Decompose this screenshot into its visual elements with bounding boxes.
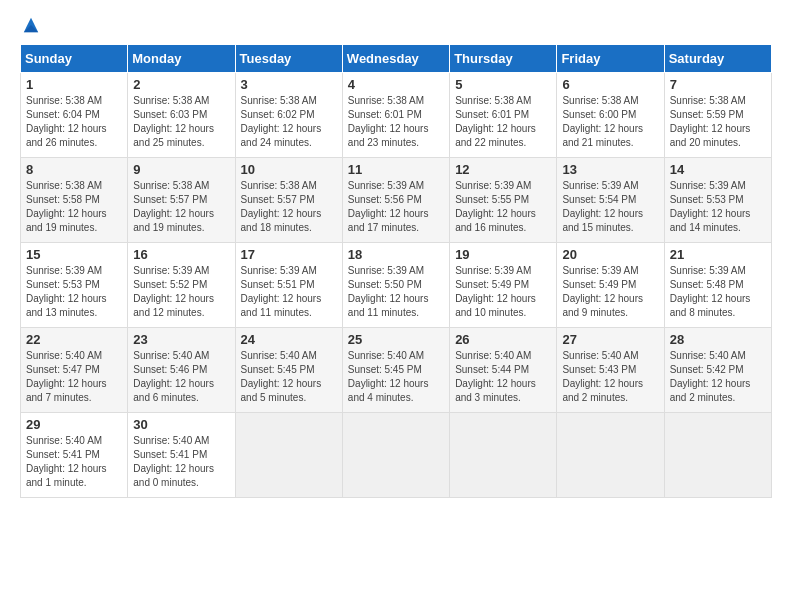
day-cell <box>450 413 557 498</box>
day-number: 11 <box>348 162 444 177</box>
day-number: 22 <box>26 332 122 347</box>
day-info: Sunrise: 5:38 AM Sunset: 5:58 PM Dayligh… <box>26 179 122 235</box>
day-number: 8 <box>26 162 122 177</box>
day-number: 7 <box>670 77 766 92</box>
calendar-table: SundayMondayTuesdayWednesdayThursdayFrid… <box>20 44 772 498</box>
day-info: Sunrise: 5:40 AM Sunset: 5:45 PM Dayligh… <box>241 349 337 405</box>
day-cell: 14Sunrise: 5:39 AM Sunset: 5:53 PM Dayli… <box>664 158 771 243</box>
day-info: Sunrise: 5:39 AM Sunset: 5:53 PM Dayligh… <box>670 179 766 235</box>
day-info: Sunrise: 5:38 AM Sunset: 6:04 PM Dayligh… <box>26 94 122 150</box>
day-cell: 1Sunrise: 5:38 AM Sunset: 6:04 PM Daylig… <box>21 73 128 158</box>
day-cell <box>342 413 449 498</box>
col-header-sunday: Sunday <box>21 45 128 73</box>
day-cell: 13Sunrise: 5:39 AM Sunset: 5:54 PM Dayli… <box>557 158 664 243</box>
day-info: Sunrise: 5:39 AM Sunset: 5:48 PM Dayligh… <box>670 264 766 320</box>
day-info: Sunrise: 5:39 AM Sunset: 5:55 PM Dayligh… <box>455 179 551 235</box>
day-info: Sunrise: 5:39 AM Sunset: 5:49 PM Dayligh… <box>455 264 551 320</box>
col-header-tuesday: Tuesday <box>235 45 342 73</box>
day-info: Sunrise: 5:40 AM Sunset: 5:46 PM Dayligh… <box>133 349 229 405</box>
day-cell: 4Sunrise: 5:38 AM Sunset: 6:01 PM Daylig… <box>342 73 449 158</box>
day-info: Sunrise: 5:38 AM Sunset: 6:02 PM Dayligh… <box>241 94 337 150</box>
day-info: Sunrise: 5:39 AM Sunset: 5:54 PM Dayligh… <box>562 179 658 235</box>
week-row-2: 8Sunrise: 5:38 AM Sunset: 5:58 PM Daylig… <box>21 158 772 243</box>
day-cell: 16Sunrise: 5:39 AM Sunset: 5:52 PM Dayli… <box>128 243 235 328</box>
day-cell: 29Sunrise: 5:40 AM Sunset: 5:41 PM Dayli… <box>21 413 128 498</box>
day-cell: 15Sunrise: 5:39 AM Sunset: 5:53 PM Dayli… <box>21 243 128 328</box>
day-cell: 12Sunrise: 5:39 AM Sunset: 5:55 PM Dayli… <box>450 158 557 243</box>
day-number: 6 <box>562 77 658 92</box>
logo <box>20 16 40 34</box>
day-cell: 23Sunrise: 5:40 AM Sunset: 5:46 PM Dayli… <box>128 328 235 413</box>
day-cell: 19Sunrise: 5:39 AM Sunset: 5:49 PM Dayli… <box>450 243 557 328</box>
day-info: Sunrise: 5:38 AM Sunset: 5:59 PM Dayligh… <box>670 94 766 150</box>
day-number: 24 <box>241 332 337 347</box>
day-info: Sunrise: 5:40 AM Sunset: 5:43 PM Dayligh… <box>562 349 658 405</box>
day-number: 17 <box>241 247 337 262</box>
day-number: 19 <box>455 247 551 262</box>
header <box>20 16 772 34</box>
day-number: 28 <box>670 332 766 347</box>
col-header-wednesday: Wednesday <box>342 45 449 73</box>
day-number: 13 <box>562 162 658 177</box>
day-cell: 28Sunrise: 5:40 AM Sunset: 5:42 PM Dayli… <box>664 328 771 413</box>
day-number: 29 <box>26 417 122 432</box>
day-cell: 11Sunrise: 5:39 AM Sunset: 5:56 PM Dayli… <box>342 158 449 243</box>
day-cell: 18Sunrise: 5:39 AM Sunset: 5:50 PM Dayli… <box>342 243 449 328</box>
day-number: 5 <box>455 77 551 92</box>
day-info: Sunrise: 5:40 AM Sunset: 5:44 PM Dayligh… <box>455 349 551 405</box>
day-cell: 2Sunrise: 5:38 AM Sunset: 6:03 PM Daylig… <box>128 73 235 158</box>
day-number: 20 <box>562 247 658 262</box>
day-info: Sunrise: 5:38 AM Sunset: 6:03 PM Dayligh… <box>133 94 229 150</box>
day-cell: 24Sunrise: 5:40 AM Sunset: 5:45 PM Dayli… <box>235 328 342 413</box>
day-number: 21 <box>670 247 766 262</box>
day-cell: 9Sunrise: 5:38 AM Sunset: 5:57 PM Daylig… <box>128 158 235 243</box>
day-info: Sunrise: 5:38 AM Sunset: 5:57 PM Dayligh… <box>133 179 229 235</box>
header-row: SundayMondayTuesdayWednesdayThursdayFrid… <box>21 45 772 73</box>
day-info: Sunrise: 5:39 AM Sunset: 5:53 PM Dayligh… <box>26 264 122 320</box>
day-number: 10 <box>241 162 337 177</box>
week-row-1: 1Sunrise: 5:38 AM Sunset: 6:04 PM Daylig… <box>21 73 772 158</box>
day-info: Sunrise: 5:39 AM Sunset: 5:56 PM Dayligh… <box>348 179 444 235</box>
day-cell: 3Sunrise: 5:38 AM Sunset: 6:02 PM Daylig… <box>235 73 342 158</box>
day-info: Sunrise: 5:39 AM Sunset: 5:50 PM Dayligh… <box>348 264 444 320</box>
day-info: Sunrise: 5:40 AM Sunset: 5:41 PM Dayligh… <box>133 434 229 490</box>
day-number: 30 <box>133 417 229 432</box>
day-number: 14 <box>670 162 766 177</box>
day-info: Sunrise: 5:40 AM Sunset: 5:41 PM Dayligh… <box>26 434 122 490</box>
week-row-3: 15Sunrise: 5:39 AM Sunset: 5:53 PM Dayli… <box>21 243 772 328</box>
day-cell: 21Sunrise: 5:39 AM Sunset: 5:48 PM Dayli… <box>664 243 771 328</box>
day-number: 27 <box>562 332 658 347</box>
day-cell <box>664 413 771 498</box>
day-number: 1 <box>26 77 122 92</box>
day-number: 15 <box>26 247 122 262</box>
day-cell: 5Sunrise: 5:38 AM Sunset: 6:01 PM Daylig… <box>450 73 557 158</box>
day-info: Sunrise: 5:38 AM Sunset: 6:01 PM Dayligh… <box>455 94 551 150</box>
day-number: 25 <box>348 332 444 347</box>
day-cell: 8Sunrise: 5:38 AM Sunset: 5:58 PM Daylig… <box>21 158 128 243</box>
day-cell: 17Sunrise: 5:39 AM Sunset: 5:51 PM Dayli… <box>235 243 342 328</box>
day-info: Sunrise: 5:39 AM Sunset: 5:51 PM Dayligh… <box>241 264 337 320</box>
logo-icon <box>22 16 40 34</box>
day-cell <box>557 413 664 498</box>
day-number: 23 <box>133 332 229 347</box>
day-number: 26 <box>455 332 551 347</box>
day-number: 2 <box>133 77 229 92</box>
week-row-5: 29Sunrise: 5:40 AM Sunset: 5:41 PM Dayli… <box>21 413 772 498</box>
day-cell: 7Sunrise: 5:38 AM Sunset: 5:59 PM Daylig… <box>664 73 771 158</box>
col-header-thursday: Thursday <box>450 45 557 73</box>
day-number: 3 <box>241 77 337 92</box>
day-number: 9 <box>133 162 229 177</box>
day-info: Sunrise: 5:40 AM Sunset: 5:47 PM Dayligh… <box>26 349 122 405</box>
day-number: 18 <box>348 247 444 262</box>
day-info: Sunrise: 5:39 AM Sunset: 5:49 PM Dayligh… <box>562 264 658 320</box>
day-cell: 20Sunrise: 5:39 AM Sunset: 5:49 PM Dayli… <box>557 243 664 328</box>
day-cell: 25Sunrise: 5:40 AM Sunset: 5:45 PM Dayli… <box>342 328 449 413</box>
col-header-saturday: Saturday <box>664 45 771 73</box>
day-cell <box>235 413 342 498</box>
day-cell: 27Sunrise: 5:40 AM Sunset: 5:43 PM Dayli… <box>557 328 664 413</box>
day-cell: 26Sunrise: 5:40 AM Sunset: 5:44 PM Dayli… <box>450 328 557 413</box>
col-header-friday: Friday <box>557 45 664 73</box>
col-header-monday: Monday <box>128 45 235 73</box>
day-cell: 30Sunrise: 5:40 AM Sunset: 5:41 PM Dayli… <box>128 413 235 498</box>
day-cell: 6Sunrise: 5:38 AM Sunset: 6:00 PM Daylig… <box>557 73 664 158</box>
